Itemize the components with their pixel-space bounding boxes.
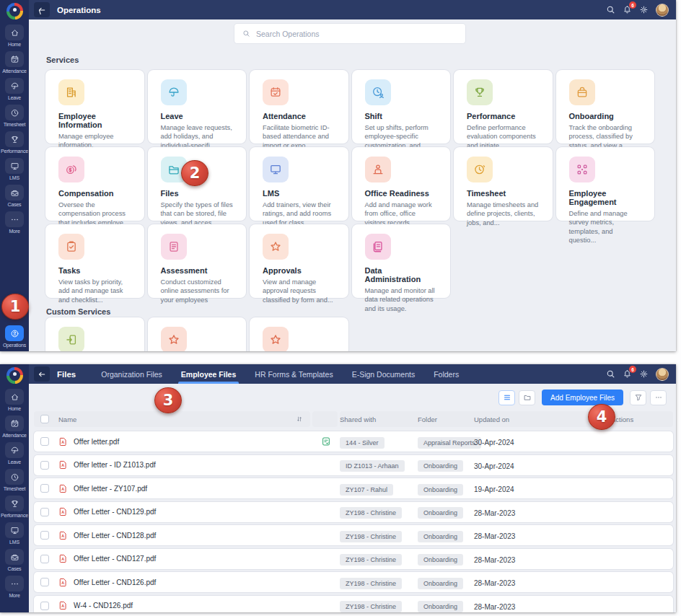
table-row[interactable]: AOffer Letter - CND128.pdfZY198 - Christ… [34, 525, 673, 545]
sidebar-item-performance[interactable]: Performance [0, 131, 29, 154]
sidebar-item-label: Cases [8, 202, 22, 207]
row-checkbox[interactable] [40, 531, 49, 540]
row-checkbox[interactable] [40, 602, 49, 610]
back-button[interactable] [34, 366, 50, 382]
tab-e-sign-documents[interactable]: E-Sign Documents [343, 364, 425, 384]
file-name[interactable]: Offer letter - ZY107.pdf [74, 485, 147, 493]
user-avatar[interactable] [656, 368, 669, 381]
service-card-title: LMS [263, 189, 335, 198]
tab-employee-files[interactable]: Employee Files [172, 364, 245, 384]
row-checkbox[interactable] [40, 461, 49, 470]
file-name[interactable]: Offer letter.pdf [74, 438, 119, 446]
service-card-timesheet[interactable]: TimesheetManage timesheets and define pr… [454, 147, 553, 221]
trophy-icon [467, 79, 493, 105]
add-employee-files-button[interactable]: Add Employee Files [542, 390, 623, 405]
tab-folders[interactable]: Folders [424, 364, 468, 384]
file-name[interactable]: Offer Letter - CND128.pdf [74, 532, 156, 540]
table-row[interactable]: AOffer Letter - CND127.pdfZY198 - Christ… [34, 549, 673, 569]
service-card-description: Facilitate biometric ID-based attendance… [263, 123, 335, 150]
table-row[interactable]: AW-4 - CND126.pdfZY198 - ChristineOnboar… [34, 596, 673, 613]
more-options-icon[interactable] [650, 390, 667, 405]
sort-icon[interactable] [296, 415, 303, 423]
row-checkbox[interactable] [40, 578, 49, 586]
attendance-icon [5, 51, 24, 67]
sidebar-item-more[interactable]: More [0, 211, 29, 234]
file-name[interactable]: Offer Letter - CND127.pdf [74, 555, 156, 563]
file-name[interactable]: Offer Letter - CND129.pdf [74, 508, 156, 516]
service-card-tasks[interactable]: TasksView tasks by priority, add and man… [45, 224, 144, 298]
file-name[interactable]: W-4 - CND126.pdf [74, 602, 133, 610]
sidebar-item-label: More [9, 229, 19, 234]
sidebar-item-performance[interactable]: Performance [0, 496, 29, 518]
table-row[interactable]: AOffer letter - ID Z1013.pdfID Z1013 - A… [34, 455, 673, 475]
folder-chip: Onboarding [418, 507, 463, 519]
sidebar-item-operations[interactable]: Operations [0, 325, 29, 348]
sidebar-item-home[interactable]: Home [0, 389, 29, 411]
notifications-bell-icon[interactable]: 6 [623, 369, 632, 379]
table-row[interactable]: AOffer letter.pdf144 - SilverAppraisal R… [34, 431, 673, 452]
table-row[interactable]: AOffer Letter - CND126.pdfZY198 - Christ… [34, 572, 673, 592]
tab-hr-forms-templates[interactable]: HR Forms & Templates [245, 364, 342, 384]
zoho-people-logo-icon[interactable] [6, 3, 23, 19]
table-row[interactable]: AOffer Letter - CND129.pdfZY198 - Christ… [34, 502, 673, 522]
service-card-star-icon[interactable] [148, 317, 247, 351]
service-card-performance[interactable]: PerformanceDefine performance evaluation… [454, 70, 553, 144]
service-card-onboarding[interactable]: OnboardingTrack the onboarding process, … [556, 70, 655, 144]
timesheet-icon [5, 469, 24, 485]
sidebar-item-attendance[interactable]: Attendance [0, 415, 29, 438]
row-checkbox[interactable] [40, 437, 49, 446]
search-icon[interactable] [606, 369, 615, 379]
sidebar-item-attendance[interactable]: Attendance [0, 51, 29, 74]
sidebar-item-home[interactable]: Home [0, 25, 29, 47]
file-name[interactable]: Offer Letter - CND126.pdf [74, 578, 156, 586]
notifications-bell-icon[interactable]: 6 [623, 5, 632, 14]
service-card-lms[interactable]: LMSAdd trainers, view their ratings, and… [250, 147, 348, 221]
folder-view-icon[interactable] [519, 390, 535, 405]
service-card-employee-information[interactable]: Employee InformationManage employee info… [45, 70, 144, 144]
service-card-employee-engagement[interactable]: Employee EngagementDefine and manage sur… [556, 147, 655, 221]
service-card-data-administration[interactable]: Data AdministrationManage and monitor al… [352, 224, 451, 298]
gear-icon[interactable] [639, 5, 649, 14]
service-card-door-icon[interactable] [45, 317, 144, 351]
tab-organization-files[interactable]: Organization Files [92, 364, 172, 384]
service-card-attendance[interactable]: AttendanceFacilitate biometric ID-based … [250, 70, 348, 144]
sidebar-item-timesheet[interactable]: Timesheet [0, 469, 29, 491]
sidebar-item-cases[interactable]: Cases [0, 185, 29, 207]
sidebar-item-lms[interactable]: LMS [0, 522, 29, 545]
pdf-file-icon: A [58, 553, 68, 564]
filter-icon[interactable] [630, 390, 646, 405]
sidebar-item-leave[interactable]: Leave [0, 78, 29, 100]
service-card-shift[interactable]: ShiftSet up shifts, perform employee-spe… [352, 70, 451, 144]
service-card-compensation[interactable]: CompensationOversee the compensation pro… [45, 147, 144, 221]
select-all-checkbox[interactable] [40, 415, 49, 423]
sidebar-item-more[interactable]: More [0, 576, 29, 598]
column-header-name[interactable]: Name [58, 415, 296, 423]
user-avatar[interactable] [656, 4, 669, 17]
column-header-shared-with[interactable]: Shared with [340, 415, 418, 423]
table-row[interactable]: AOffer letter - ZY107.pdfZY107 - RahulOn… [34, 478, 673, 498]
service-card-assessment[interactable]: AssessmentConduct customized online asse… [148, 224, 247, 298]
column-header-folder[interactable]: Folder [418, 415, 474, 423]
row-checkbox[interactable] [40, 484, 49, 493]
service-card-office-readiness[interactable]: Office ReadinessAdd and manage work from… [352, 147, 451, 221]
sidebar-item-label: Home [8, 406, 21, 411]
zoho-people-logo-icon[interactable] [6, 367, 23, 384]
service-card-approvals[interactable]: ApprovalsView and manage approval reques… [250, 224, 348, 298]
file-name[interactable]: Offer letter - ID Z1013.pdf [74, 461, 156, 469]
sidebar-item-cases[interactable]: Cases [0, 549, 29, 571]
back-button[interactable] [34, 2, 50, 17]
sidebar-item-lms[interactable]: LMS [0, 158, 29, 180]
search-operations-input[interactable]: Search Operations [234, 24, 465, 43]
gear-icon[interactable] [639, 369, 649, 379]
column-header-actions[interactable]: Actions [611, 415, 673, 423]
sidebar-item-timesheet[interactable]: Timesheet [0, 105, 29, 127]
home-icon [5, 25, 24, 40]
search-icon[interactable] [606, 5, 615, 14]
lms-icon [5, 522, 24, 538]
service-card-star-icon[interactable] [250, 317, 348, 351]
sidebar-item-leave[interactable]: Leave [0, 442, 29, 465]
list-view-icon[interactable] [498, 390, 515, 405]
row-checkbox[interactable] [40, 555, 49, 563]
service-card-leave[interactable]: LeaveManage leave requests, add holidays… [148, 70, 247, 144]
row-checkbox[interactable] [40, 508, 49, 516]
